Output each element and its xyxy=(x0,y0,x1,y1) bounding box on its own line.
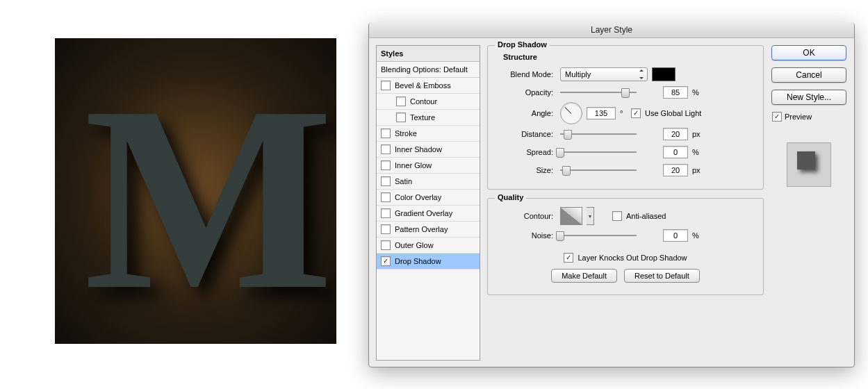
structure-group: Drop Shadow Structure Blend Mode: Multip… xyxy=(487,45,764,190)
style-label: Satin xyxy=(395,177,412,185)
opacity-label: Opacity: xyxy=(496,88,556,97)
style-item-contour[interactable]: Contour xyxy=(377,94,480,110)
make-default-button[interactable]: Make Default xyxy=(551,269,617,283)
style-label: Inner Glow xyxy=(395,161,432,169)
quality-group: Quality Contour: ▾ Anti-aliased Noise: % xyxy=(487,198,764,295)
style-label: Outer Glow xyxy=(395,241,434,249)
style-label: Stroke xyxy=(395,129,417,138)
noise-slider[interactable] xyxy=(560,233,637,238)
use-global-light-checkbox[interactable] xyxy=(631,108,641,118)
style-checkbox[interactable] xyxy=(381,224,391,234)
blendmode-select[interactable]: Multiply xyxy=(560,67,648,81)
spread-slider[interactable] xyxy=(560,150,637,154)
angle-label: Angle: xyxy=(496,109,556,117)
structure-group-title: Drop Shadow xyxy=(495,40,550,49)
anti-aliased-label: Anti-aliased xyxy=(626,212,666,220)
contour-picker[interactable] xyxy=(560,207,582,225)
style-checkbox[interactable] xyxy=(396,97,406,106)
color-swatch[interactable] xyxy=(652,67,675,81)
dialog-title: Layer Style xyxy=(591,25,632,35)
blendmode-label: Blend Mode: xyxy=(496,70,556,78)
spread-input[interactable] xyxy=(663,146,688,158)
quality-group-title: Quality xyxy=(495,193,526,201)
style-label: Gradient Overlay xyxy=(395,209,452,217)
noise-input[interactable] xyxy=(663,229,688,242)
preview-label: Preview xyxy=(785,113,812,121)
cancel-button[interactable]: Cancel xyxy=(771,67,846,83)
style-item-color-overlay[interactable]: Color Overlay xyxy=(377,190,480,206)
style-item-stroke[interactable]: Stroke xyxy=(377,126,480,142)
opacity-input[interactable] xyxy=(663,86,688,99)
layer-style-dialog: Layer Style Styles Blending Options: Def… xyxy=(368,22,855,367)
layer-knocks-checkbox[interactable] xyxy=(564,253,573,263)
style-label: Inner Shadow xyxy=(395,145,442,154)
style-checkbox[interactable] xyxy=(381,129,391,138)
letter-m: M xyxy=(84,66,334,330)
contour-label: Contour: xyxy=(496,212,556,220)
style-item-texture[interactable]: Texture xyxy=(377,110,480,126)
style-item-inner-glow[interactable]: Inner Glow xyxy=(377,158,480,174)
ok-button[interactable]: OK xyxy=(771,45,846,60)
style-label: Bevel & Emboss xyxy=(395,81,451,90)
angle-input[interactable] xyxy=(587,107,616,119)
style-checkbox[interactable] xyxy=(381,81,391,90)
styles-header: Styles xyxy=(377,46,480,62)
style-checkbox[interactable] xyxy=(396,113,406,122)
dialog-titlebar: Layer Style xyxy=(369,22,854,38)
style-item-drop-shadow[interactable]: Drop Shadow xyxy=(377,254,480,270)
reset-default-button[interactable]: Reset to Default xyxy=(624,269,700,283)
angle-dial[interactable] xyxy=(560,102,582,124)
size-label: Size: xyxy=(496,166,556,174)
style-checkbox[interactable] xyxy=(381,144,391,154)
distance-slider[interactable] xyxy=(560,132,637,136)
style-item-outer-glow[interactable]: Outer Glow xyxy=(377,238,480,254)
style-item-inner-shadow[interactable]: Inner Shadow xyxy=(377,142,480,158)
style-checkbox[interactable] xyxy=(381,256,391,266)
distance-label: Distance: xyxy=(496,130,556,138)
preview-thumbnail xyxy=(787,142,831,187)
style-item-bevel-emboss[interactable]: Bevel & Emboss xyxy=(377,78,480,94)
styles-panel: Styles Blending Options: Default Bevel &… xyxy=(376,45,480,361)
layer-knocks-label: Layer Knocks Out Drop Shadow xyxy=(578,254,687,262)
preview-image: M xyxy=(55,38,336,344)
preview-checkbox[interactable] xyxy=(772,112,782,122)
style-item-pattern-overlay[interactable]: Pattern Overlay xyxy=(377,222,480,238)
size-input[interactable] xyxy=(663,164,688,176)
structure-subtitle: Structure xyxy=(503,53,755,61)
style-item-satin[interactable]: Satin xyxy=(377,174,480,190)
style-label: Texture xyxy=(410,113,435,122)
style-checkbox[interactable] xyxy=(381,240,391,250)
use-global-light-label: Use Global Light xyxy=(645,109,701,117)
style-label: Color Overlay xyxy=(395,193,441,201)
spread-label: Spread: xyxy=(496,148,556,156)
style-label: Pattern Overlay xyxy=(395,225,448,233)
noise-label: Noise: xyxy=(496,231,556,240)
style-checkbox[interactable] xyxy=(381,176,391,186)
style-item-gradient-overlay[interactable]: Gradient Overlay xyxy=(377,206,480,222)
new-style-button[interactable]: New Style... xyxy=(771,90,846,105)
contour-dropdown[interactable]: ▾ xyxy=(587,207,594,225)
size-slider[interactable] xyxy=(560,168,637,172)
style-checkbox[interactable] xyxy=(381,208,391,218)
blending-options[interactable]: Blending Options: Default xyxy=(377,62,480,78)
distance-input[interactable] xyxy=(663,128,688,140)
style-checkbox[interactable] xyxy=(381,160,391,170)
style-checkbox[interactable] xyxy=(381,192,391,202)
style-label: Drop Shadow xyxy=(395,257,441,265)
opacity-slider[interactable] xyxy=(560,90,637,94)
style-label: Contour xyxy=(410,97,437,106)
anti-aliased-checkbox[interactable] xyxy=(612,211,622,221)
